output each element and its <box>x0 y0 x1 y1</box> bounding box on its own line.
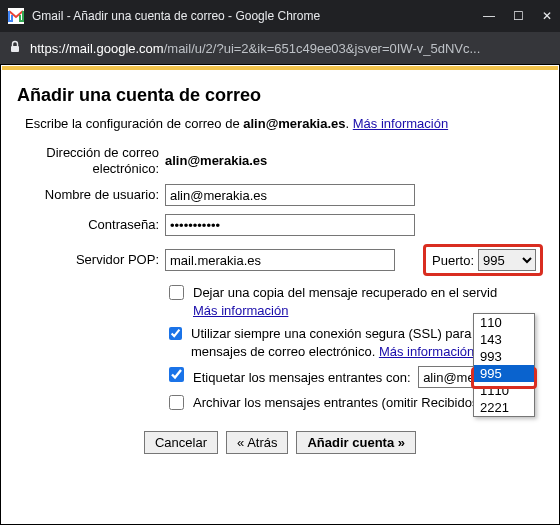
port-option[interactable]: 993 <box>474 348 534 365</box>
email-address-label: Dirección de correo electrónico: <box>17 145 165 176</box>
label-incoming-checkbox[interactable] <box>169 367 184 382</box>
username-input[interactable] <box>165 184 415 206</box>
port-option[interactable]: 110 <box>474 314 534 331</box>
leave-copy-more-info-link[interactable]: Más información <box>193 303 288 318</box>
cancel-button[interactable]: Cancelar <box>144 431 218 454</box>
more-info-link[interactable]: Más información <box>353 116 448 131</box>
leave-copy-checkbox[interactable] <box>169 285 184 300</box>
window-controls: — ☐ ✕ <box>483 9 552 23</box>
minimize-icon[interactable]: — <box>483 9 495 23</box>
gmail-logo-icon <box>8 8 24 24</box>
label-incoming-label: Etiquetar los mensajes entrantes con: <box>193 370 411 385</box>
ssl-checkbox[interactable] <box>169 326 182 341</box>
maximize-icon[interactable]: ☐ <box>513 9 524 23</box>
pop-server-input[interactable] <box>165 249 395 271</box>
page-content: Añadir una cuenta de correo Escribe la c… <box>0 64 560 525</box>
archive-checkbox[interactable] <box>169 395 184 410</box>
password-input[interactable] <box>165 214 415 236</box>
page-title: Añadir una cuenta de correo <box>17 79 543 116</box>
archive-label: Archivar los mensajes entrantes (omitir … <box>193 394 483 412</box>
button-row: Cancelar « Atrás Añadir cuenta » <box>17 431 543 454</box>
window-title: Gmail - Añadir una cuenta de correo - Go… <box>32 9 475 23</box>
port-option[interactable]: 2221 <box>474 399 534 416</box>
port-option[interactable]: 1110 <box>474 382 534 399</box>
add-account-button[interactable]: Añadir cuenta » <box>296 431 416 454</box>
pop-server-label: Servidor POP: <box>17 252 165 268</box>
port-select[interactable]: 995 <box>478 249 536 271</box>
port-option[interactable]: 143 <box>474 331 534 348</box>
email-address-value: alin@merakia.es <box>165 153 267 168</box>
port-option-selected[interactable]: 995 <box>474 365 534 382</box>
port-dropdown-menu[interactable]: 110 143 993 995 1110 2221 <box>473 313 535 417</box>
svg-rect-1 <box>11 46 19 52</box>
port-highlight-box: Puerto: 995 <box>423 244 543 276</box>
accent-band <box>2 66 558 70</box>
close-icon[interactable]: ✕ <box>542 9 552 23</box>
address-bar[interactable]: https://mail.google.com/mail/u/2/?ui=2&i… <box>0 32 560 64</box>
username-label: Nombre de usuario: <box>17 187 165 203</box>
page-subtitle: Escribe la configuración de correo de al… <box>17 116 543 145</box>
ssl-more-info-link[interactable]: Más información <box>379 344 474 359</box>
port-label: Puerto: <box>432 253 474 268</box>
back-button[interactable]: « Atrás <box>226 431 288 454</box>
window-titlebar: Gmail - Añadir una cuenta de correo - Go… <box>0 0 560 32</box>
lock-icon <box>8 40 22 57</box>
leave-copy-label: Dejar una copia del mensaje recuperado e… <box>193 285 497 300</box>
url-text: https://mail.google.com/mail/u/2/?ui=2&i… <box>30 41 552 56</box>
password-label: Contraseña: <box>17 217 165 233</box>
